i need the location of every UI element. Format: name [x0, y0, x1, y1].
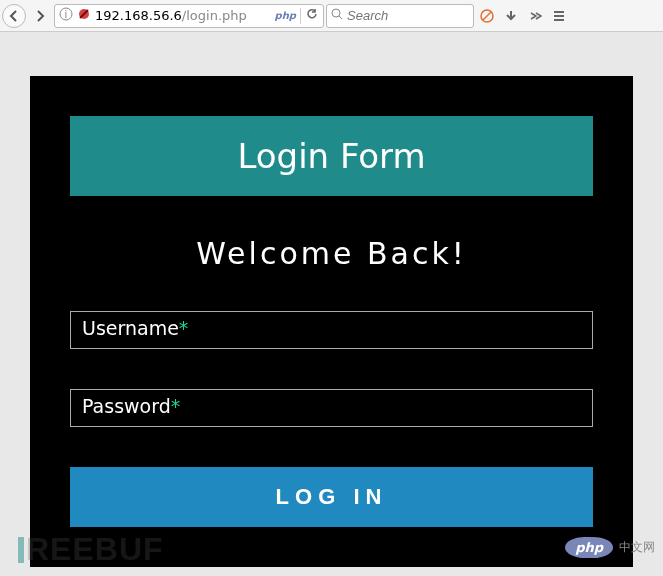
menu-icon[interactable] [548, 9, 570, 23]
svg-point-4 [332, 9, 340, 17]
url-bar[interactable]: i 192.168.56.6/login.php php [54, 4, 324, 28]
username-field-wrap: Username* [70, 311, 593, 349]
reload-icon[interactable] [305, 7, 319, 24]
php-logo-icon: php [565, 537, 613, 558]
back-button[interactable] [2, 4, 26, 28]
url-text: 192.168.56.6/login.php [95, 8, 271, 23]
forward-button[interactable] [28, 4, 52, 28]
login-button[interactable]: LOG IN [70, 467, 593, 527]
block-icon[interactable] [476, 8, 498, 24]
password-field-wrap: Password* [70, 389, 593, 427]
login-title: Login Form [70, 136, 593, 176]
svg-line-7 [483, 12, 491, 20]
search-bar[interactable] [326, 4, 474, 28]
search-icon [331, 8, 343, 23]
browser-toolbar: i 192.168.56.6/login.php php [0, 0, 663, 32]
php-badge: php [275, 10, 296, 21]
download-icon[interactable] [500, 9, 522, 23]
noscript-icon[interactable] [77, 7, 91, 24]
login-card: Login Form Welcome Back! Username* Passw… [30, 76, 633, 567]
page-content: Login Form Welcome Back! Username* Passw… [0, 32, 663, 567]
svg-line-5 [339, 16, 342, 19]
username-input[interactable] [70, 311, 593, 349]
welcome-text: Welcome Back! [70, 236, 593, 271]
php-cn-text: 中文网 [619, 539, 655, 556]
login-header: Login Form [70, 116, 593, 196]
info-icon[interactable]: i [59, 7, 73, 24]
svg-text:i: i [65, 9, 68, 20]
watermark-php: php 中文网 [565, 537, 655, 558]
overflow-icon[interactable] [524, 9, 546, 23]
password-input[interactable] [70, 389, 593, 427]
watermark-freebuf: REEBUF [18, 531, 164, 568]
